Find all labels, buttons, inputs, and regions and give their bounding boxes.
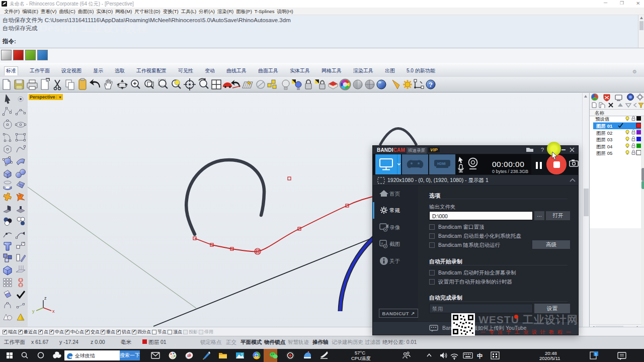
svg-text:图层 03: 图层 03 bbox=[596, 137, 612, 142]
svg-text:预设值: 预设值 bbox=[595, 116, 610, 122]
svg-text:#: # bbox=[381, 242, 383, 245]
svg-text:x: x bbox=[52, 309, 55, 314]
svg-text:20:48: 20:48 bbox=[545, 350, 557, 356]
svg-text:2020/5/11: 2020/5/11 bbox=[539, 355, 560, 361]
svg-text:HDMI: HDMI bbox=[437, 162, 446, 165]
svg-text:1: 1 bbox=[595, 352, 597, 356]
svg-text:图层 04: 图层 04 bbox=[596, 144, 612, 149]
svg-text:图层 01: 图层 01 bbox=[596, 123, 613, 129]
svg-text:CPU温度: CPU温度 bbox=[351, 355, 371, 361]
svg-text:z: z bbox=[44, 296, 47, 301]
svg-text:?: ? bbox=[541, 147, 544, 153]
svg-text:00:00:00: 00:00:00 bbox=[492, 160, 524, 168]
svg-text:57°C: 57°C bbox=[355, 350, 365, 355]
svg-text:?: ? bbox=[429, 81, 433, 88]
svg-text:中: 中 bbox=[477, 353, 483, 359]
svg-text:图层 02: 图层 02 bbox=[596, 130, 612, 136]
svg-text:y: y bbox=[32, 309, 35, 314]
svg-text:0 bytes / 238.3GB: 0 bytes / 238.3GB bbox=[492, 169, 528, 174]
svg-text:图层 05: 图层 05 bbox=[596, 150, 612, 156]
